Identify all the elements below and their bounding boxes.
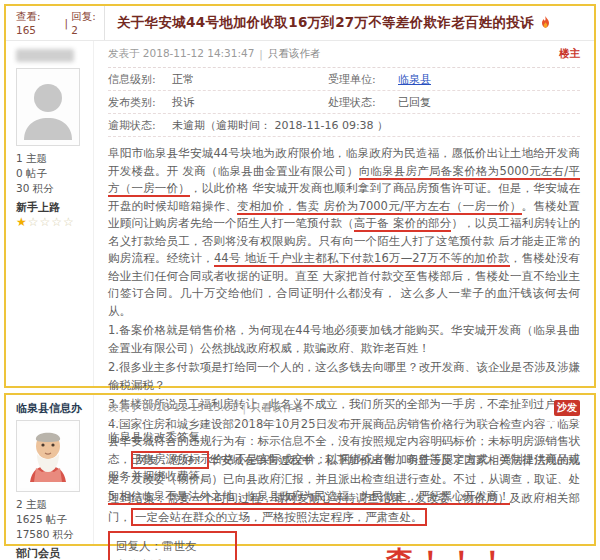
post-meta: 发表于 2018-11-12 14:31:47 | 只看该作者 楼主 (108, 41, 580, 68)
reply-contact-phone: 办公电话：6583892 (116, 556, 225, 560)
avatar[interactable] (16, 68, 80, 146)
view-count: 查看: 165 (16, 10, 62, 36)
forum-page: 查看: 165 | 回复: 2 关于华安城44号地加价收取16万到27万不等差价… (0, 0, 600, 560)
thread-stats: 查看: 165 | 回复: 2 (6, 6, 105, 40)
info-row: 逾期状态: 未逾期（逾期时间： 2018-11-16 09:38 ） (108, 114, 580, 137)
accept-unit-link[interactable]: 临泉县 (398, 72, 431, 87)
post-timestamp: 发表于 2018-11-12 14:31:47 (108, 47, 254, 61)
complaint-item-1: 1.备案价格就是销售价格，为何现在44号地必须要加钱才能购买。华安城开发商（临泉… (108, 322, 580, 357)
status-value: 已回复 (398, 95, 431, 110)
post-reply: 临泉县信息办 2 主题 16 (4, 393, 596, 546)
reply-heading: 临泉县发改委答复： (108, 430, 580, 445)
elder-cartoon-avatar-icon (20, 424, 76, 488)
floor-badge-op[interactable]: 楼主 (559, 47, 580, 61)
author-posts: 1625 帖子 (16, 512, 87, 527)
reply-username[interactable]: 临泉县信息办 (16, 401, 87, 416)
accept-unit-label: 受理单位: (328, 72, 398, 87)
post-timestamp: 发表于 2018-11-15 15:01 (108, 401, 237, 415)
view-author-link[interactable]: 只看该作者 (268, 47, 321, 61)
stats-divider: | (65, 17, 69, 29)
author-panel-gov: 临泉县信息办 2 主题 16 (6, 395, 94, 544)
author-credits: 30 积分 (16, 181, 87, 196)
complaint-item-2: 2.很多业主多付款项是打给同一个人的，这么多钱去向哪里？改开发商、该企业是否涉及… (108, 359, 580, 394)
category-value: 投诉 (172, 95, 302, 110)
author-topics: 1 主题 (16, 151, 87, 166)
info-level-value: 正常 (172, 72, 302, 87)
expire-value: 未逾期（逾期时间： 2018-11-16 09:38 ） (172, 118, 388, 133)
author-posts: 0 帖子 (16, 166, 87, 181)
reply-count: 回复: 2 (71, 10, 104, 36)
author-panel-op: 1 主题 0 帖子 30 积分 新手上路 ★☆☆☆☆ (6, 41, 94, 386)
complaint-paragraph: 阜阳市临泉县华安城44号块地为政府限价地，临泉政府为民造福，愿低价出让土地给开发… (108, 145, 580, 320)
info-row: 信息级别: 正常 受理单位: 临泉县 (108, 68, 580, 91)
censored-username (16, 49, 74, 62)
reply-paragraph: 网友，您好！华安城在销售过程中，私下加价出售，明显违反了国家相关法律法规的规定，… (108, 451, 580, 527)
default-avatar-icon (20, 74, 76, 140)
reply-contact-name: 回复人：雷世友 (116, 537, 225, 556)
thread-header: 查看: 165 | 回复: 2 关于华安城44号地加价收取16万到27万不等差价… (6, 6, 594, 41)
view-author-link[interactable]: 只看该作者 (251, 401, 304, 415)
post-original: 查看: 165 | 回复: 2 关于华安城44号地加价收取16万到27万不等差价… (4, 4, 596, 388)
post-meta: 发表于 2018-11-15 15:01 | 只看该作者 沙发 (108, 395, 580, 422)
thread-title: 关于华安城44号地加价收取16万到27万不等差价欺诈老百姓的投诉 (117, 14, 534, 32)
author-topics: 2 主题 (16, 497, 87, 512)
investigate-stamp: 查！！！ (386, 543, 510, 560)
author-rank: 新手上路 (16, 200, 87, 215)
rank-stars: ★☆☆☆☆ (16, 215, 87, 229)
info-level-label: 信息级别: (108, 72, 172, 87)
author-rank: 部门会员 (16, 546, 87, 560)
info-row: 发布类别: 投诉 处理状态: 已回复 (108, 91, 580, 114)
hot-flame-icon (540, 16, 551, 30)
status-label: 处理状态: (328, 95, 398, 110)
category-label: 发布类别: (108, 95, 172, 110)
reply-contact-box: 回复人：雷世友 办公电话：6583892 (108, 531, 237, 560)
author-credits: 17580 积分 (16, 527, 87, 542)
floor-badge-reply[interactable]: 沙发 (554, 400, 580, 416)
avatar[interactable] (16, 420, 80, 492)
expire-label: 逾期状态: (108, 118, 172, 133)
